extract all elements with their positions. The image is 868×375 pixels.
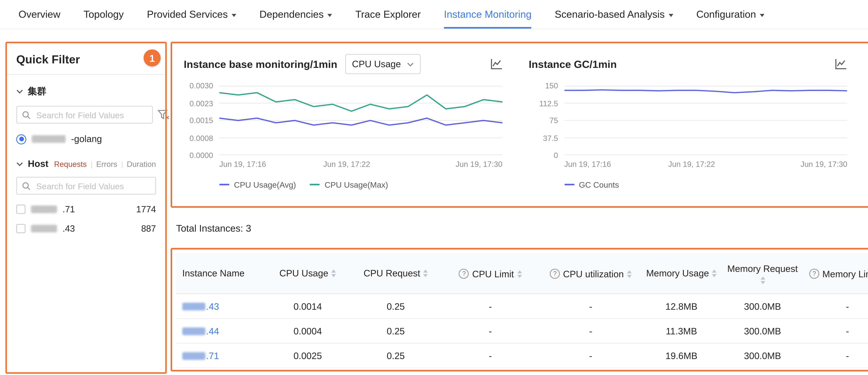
line-chart-icon[interactable] <box>490 58 502 70</box>
sort-icon[interactable] <box>423 270 428 277</box>
col-memory-limit[interactable]: Memory Limit <box>803 253 868 294</box>
chart-title: Instance GC/1min <box>529 58 617 70</box>
cell-cpu-request: 0.25 <box>351 294 440 318</box>
nav-topology[interactable]: Topology <box>84 0 124 29</box>
cluster-search-input[interactable] <box>35 109 147 120</box>
col-memory-usage[interactable]: Memory Usage <box>641 253 722 294</box>
line-chart-icon[interactable] <box>835 58 847 70</box>
help-icon[interactable] <box>459 269 469 279</box>
cell-cpu-request: 0.25 <box>351 343 440 368</box>
host-request-count: 887 <box>141 224 156 233</box>
instance-link[interactable]: .44 <box>206 325 219 336</box>
col-instance-name: Instance Name <box>176 253 264 294</box>
cell-cpu-utilization: - <box>540 319 641 343</box>
nav-dependencies[interactable]: Dependencies <box>259 0 332 29</box>
cell-cpu-limit: - <box>440 343 540 368</box>
legend-item: CPU Usage(Avg) <box>219 180 296 189</box>
cell-memory-limit: - <box>803 343 868 368</box>
col-cpu-usage[interactable]: CPU Usage <box>264 253 351 294</box>
host-ip: .71 <box>62 205 75 214</box>
host-section-header[interactable]: Host Requests Errors Duration <box>16 158 156 169</box>
cell-memory-limit: - <box>803 319 868 343</box>
col-cpu-request[interactable]: CPU Request <box>351 253 440 294</box>
redacted-text <box>182 352 205 360</box>
legend-item: GC Counts <box>564 180 619 189</box>
metric-select-value: CPU Usage <box>352 59 401 69</box>
instance-link[interactable]: .71 <box>206 350 219 361</box>
chevron-down-icon <box>760 13 765 17</box>
tab-errors[interactable]: Errors <box>96 160 117 168</box>
charts-panel: Instance base monitoring/1min CPU Usage … <box>172 42 868 207</box>
table-row: .43 0.0014 0.25 - - 12.8MB 300.0MB - Det… <box>176 294 868 318</box>
chevron-down-icon <box>16 161 23 166</box>
nav-trace-explorer[interactable]: Trace Explorer <box>355 0 421 29</box>
quick-filter-panel: Quick Filter 集群 -golang Host Requests <box>6 42 166 373</box>
nav-scenario-based-analysis[interactable]: Scenario-based Analysis <box>555 0 673 29</box>
metric-select[interactable]: CPU Usage <box>345 54 421 74</box>
host-search-input[interactable] <box>35 180 151 191</box>
y-tick: 150 <box>545 82 558 90</box>
y-axis: 150 112.5 75 37.5 0 <box>529 86 564 155</box>
col-memory-request[interactable]: Memory Request <box>722 253 803 294</box>
tab-requests[interactable]: Requests <box>54 160 87 168</box>
redacted-text <box>31 206 57 213</box>
y-tick: 0.0023 <box>190 99 213 107</box>
y-tick: 112.5 <box>539 99 558 107</box>
instances-table-panel: Instance Name CPU Usage CPU Request CPU … <box>172 249 868 371</box>
chart-legend: GC Counts <box>564 180 847 189</box>
y-tick: 0.0015 <box>190 116 213 125</box>
col-cpu-utilization[interactable]: CPU utilization <box>540 253 641 294</box>
cell-memory-request: 300.0MB <box>722 294 803 318</box>
help-icon[interactable] <box>550 269 560 279</box>
sort-icon[interactable] <box>627 270 631 278</box>
cluster-option-golang[interactable]: -golang <box>16 134 156 145</box>
sort-icon[interactable] <box>712 270 717 277</box>
table-row: .44 0.0004 0.25 - - 11.3MB 300.0MB - Det… <box>176 319 868 343</box>
cluster-section-label: 集群 <box>28 85 46 98</box>
table-row: .71 0.0025 0.25 - - 19.6MB 300.0MB - Det… <box>176 343 868 368</box>
nav-provided-services[interactable]: Provided Services <box>147 0 236 29</box>
legend-dash-icon <box>310 184 320 185</box>
chart-instance-base-monitoring: Instance base monitoring/1min CPU Usage … <box>184 53 503 207</box>
cluster-section-header[interactable]: 集群 <box>16 85 156 98</box>
cell-cpu-limit: - <box>440 319 540 343</box>
radio-selected-icon[interactable] <box>16 134 26 144</box>
search-icon <box>22 181 31 190</box>
nav-label: Trace Explorer <box>355 8 421 20</box>
y-tick: 75 <box>550 116 558 125</box>
chart-plot-area <box>219 86 502 155</box>
nav-label: Provided Services <box>147 8 228 20</box>
sort-icon[interactable] <box>332 270 336 277</box>
legend-dash-icon <box>564 184 574 185</box>
nav-configuration[interactable]: Configuration <box>696 0 765 29</box>
tab-duration[interactable]: Duration <box>127 160 156 168</box>
cell-memory-request: 300.0MB <box>722 343 803 368</box>
host-search-row <box>16 177 156 195</box>
sort-icon[interactable] <box>517 270 522 278</box>
help-icon[interactable] <box>809 269 819 279</box>
cluster-search-row <box>16 106 156 123</box>
col-cpu-limit[interactable]: CPU Limit <box>440 253 540 294</box>
cell-cpu-usage: 0.0004 <box>264 319 351 343</box>
cell-memory-usage: 11.3MB <box>641 319 722 343</box>
filter-clear-icon[interactable] <box>157 109 170 120</box>
nav-label: Instance Monitoring <box>444 8 532 20</box>
chart-title: Instance base monitoring/1min <box>184 58 337 70</box>
divider <box>6 74 166 75</box>
host-item-71[interactable]: .71 1774 <box>16 205 156 214</box>
cell-cpu-utilization: - <box>540 343 641 368</box>
sort-icon[interactable] <box>760 276 765 284</box>
quick-filter-title: Quick Filter <box>16 53 156 66</box>
annotation-badge-1: 1 <box>144 50 161 66</box>
nav-label: Overview <box>19 8 60 20</box>
nav-overview[interactable]: Overview <box>19 0 60 29</box>
cell-cpu-usage: 0.0025 <box>264 343 351 368</box>
chevron-down-icon <box>328 13 332 17</box>
checkbox-icon[interactable] <box>16 224 25 233</box>
checkbox-icon[interactable] <box>16 205 25 214</box>
nav-label: Scenario-based Analysis <box>555 8 664 20</box>
instance-link[interactable]: .43 <box>206 301 219 311</box>
host-item-43[interactable]: .43 887 <box>16 224 156 233</box>
cell-memory-usage: 19.6MB <box>641 343 722 368</box>
nav-instance-monitoring[interactable]: Instance Monitoring <box>444 0 532 29</box>
